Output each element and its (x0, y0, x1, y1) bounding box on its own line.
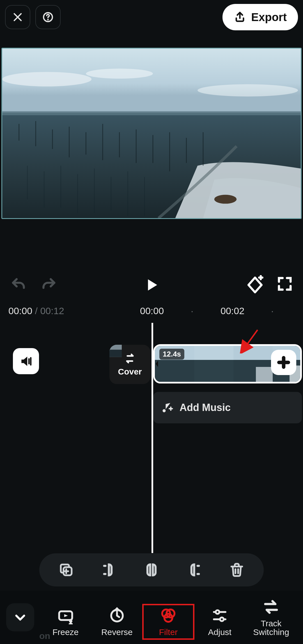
fullscreen-icon (276, 275, 293, 293)
tool-freeze-label: Freeze (52, 628, 79, 637)
svg-point-8 (214, 195, 237, 204)
track-audio-toggle[interactable] (13, 348, 39, 374)
preview-frame (2, 49, 301, 218)
keyframe-add-icon (245, 275, 265, 295)
add-keyframe-button[interactable] (245, 275, 265, 295)
reverse-icon (108, 607, 126, 624)
duplicate-icon (58, 562, 74, 578)
undo-icon (10, 276, 27, 294)
tool-row: Freeze Reverse Filter Adjust Track Switc… (40, 595, 297, 640)
split-button[interactable] (140, 559, 163, 581)
delete-button[interactable] (226, 559, 248, 581)
clip-trim-handle-left[interactable] (154, 355, 160, 373)
svg-point-29 (220, 617, 224, 621)
svg-point-6 (198, 84, 298, 97)
trim-left-button[interactable] (98, 559, 120, 581)
undo-button[interactable] (8, 274, 30, 296)
time-duration: 00:12 (40, 305, 64, 316)
playhead[interactable] (152, 323, 153, 553)
chevron-down-icon (13, 611, 27, 624)
export-button[interactable]: Export (222, 4, 298, 30)
tool-freeze[interactable]: Freeze (40, 604, 91, 640)
trim-left-icon (101, 562, 117, 578)
close-icon (12, 11, 24, 23)
play-icon (143, 277, 160, 293)
close-button[interactable] (5, 5, 30, 29)
play-button[interactable] (140, 274, 163, 296)
duplicate-button[interactable] (55, 559, 77, 581)
help-icon (42, 11, 54, 23)
tool-adjust-label: Adjust (208, 628, 231, 637)
svg-rect-12 (155, 360, 194, 382)
track-switching-icon (262, 598, 280, 616)
tool-filter[interactable]: Filter (143, 604, 194, 640)
svg-rect-17 (256, 367, 273, 382)
time-separator: / (35, 305, 38, 316)
svg-rect-13 (194, 346, 233, 361)
tool-filter-label: Filter (159, 628, 178, 637)
player-controls (0, 270, 303, 300)
split-icon (143, 562, 160, 578)
clip-edit-toolbar (39, 553, 264, 586)
top-bar: Export (0, 4, 303, 30)
cover-button[interactable]: Cover (109, 345, 150, 384)
tool-reverse-label: Reverse (101, 628, 133, 637)
svg-point-5 (86, 68, 153, 79)
cover-label: Cover (118, 367, 142, 376)
tool-track-switching-label: Track Switching (253, 619, 289, 637)
tool-track-switching[interactable]: Track Switching (245, 595, 297, 640)
chevron-left-icon (155, 360, 159, 368)
svg-point-28 (216, 610, 219, 614)
bottom-toolbar: on Freeze Reverse Filter Adjust Track Sw… (0, 591, 303, 644)
add-music-label: Add Music (180, 402, 231, 414)
ruler-tick-1: 00:02 (221, 305, 244, 316)
filter-icon (160, 607, 177, 624)
video-editor-app: Export (0, 0, 303, 644)
export-icon (234, 11, 246, 23)
volume-icon (19, 354, 33, 368)
collapse-toolbar-button[interactable] (6, 603, 34, 631)
tool-adjust[interactable]: Adjust (194, 604, 245, 640)
svg-rect-14 (194, 360, 233, 382)
time-current: 00:00 (8, 305, 32, 316)
redo-icon (40, 276, 57, 294)
export-label: Export (251, 11, 287, 24)
svg-rect-15 (233, 346, 273, 361)
trim-right-icon (186, 562, 202, 578)
timeline[interactable]: Cover 12.4s Add Music (0, 323, 303, 553)
svg-point-4 (2, 72, 91, 86)
add-music-button[interactable]: Add Music (153, 392, 302, 423)
fullscreen-button[interactable] (276, 275, 296, 295)
plus-icon (277, 355, 291, 369)
music-add-icon (161, 401, 173, 414)
add-clip-button[interactable] (271, 350, 296, 375)
tool-reverse[interactable]: Reverse (91, 604, 143, 640)
svg-rect-7 (2, 111, 301, 115)
trash-icon (229, 562, 245, 578)
help-button[interactable] (35, 5, 61, 29)
video-preview[interactable] (1, 48, 302, 219)
time-row: 00:00 / 00:12 00:00 · 00:02 · (0, 305, 303, 322)
ruler-dot-0: · (191, 305, 193, 316)
freeze-icon (57, 607, 74, 624)
ruler-dot-1: · (271, 305, 274, 316)
ruler-tick-0: 00:00 (140, 305, 164, 316)
trim-right-button[interactable] (183, 559, 205, 581)
clip-duration-badge: 12.4s (159, 349, 184, 360)
svg-point-1 (48, 19, 48, 20)
swap-icon (124, 352, 136, 365)
redo-button[interactable] (38, 274, 59, 296)
adjust-icon (211, 607, 228, 624)
time-readout: 00:00 / 00:12 (8, 305, 64, 316)
